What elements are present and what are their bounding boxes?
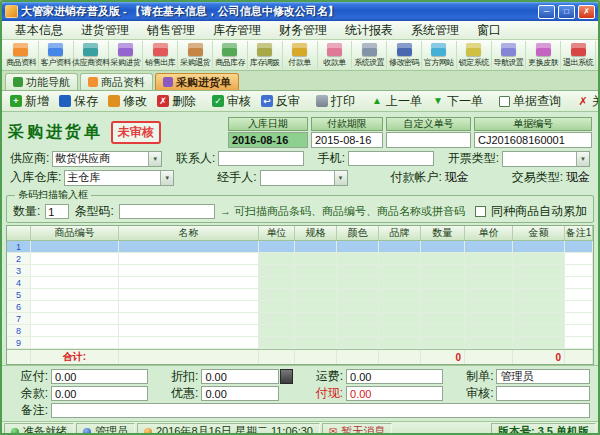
auditor-label: 审核:	[455, 385, 493, 402]
discount-more-button[interactable]	[280, 369, 293, 384]
prev-bill-button[interactable]: ▲ 上一单	[367, 92, 426, 111]
column-header-10[interactable]: 备注1	[565, 226, 593, 240]
column-header-7[interactable]: 数量	[421, 226, 465, 240]
maximize-button[interactable]: □	[558, 5, 575, 19]
paid-input[interactable]: 0.00	[346, 386, 443, 401]
save-button[interactable]: 保存	[55, 92, 102, 111]
toolbar-item-transfer[interactable]: 库存调拨	[248, 41, 283, 69]
toolbar-item-exit[interactable]: 退出系统	[561, 41, 596, 69]
menu-system-mgmt[interactable]: 系统管理	[402, 21, 468, 39]
menu-window-menu[interactable]: 窗口	[468, 21, 510, 39]
toolbar-item-lock[interactable]: 锁定系统	[457, 41, 492, 69]
discount-input[interactable]: 0.00	[201, 369, 279, 384]
table-cell	[379, 241, 421, 252]
button-label: 修改	[123, 93, 147, 110]
toolbar-item-purchase-return[interactable]: 采购退货	[178, 41, 213, 69]
table-cell	[337, 289, 379, 300]
sales-out-icon	[153, 43, 168, 56]
scan-qty-input[interactable]: 1	[45, 204, 69, 219]
toolbar-item-stock[interactable]: 商品库存	[213, 41, 248, 69]
menu-statistics[interactable]: 统计报表	[336, 21, 402, 39]
toolbar-item-receipt[interactable]: 收款单	[318, 41, 353, 69]
tab-goods-info[interactable]: 商品资料	[80, 73, 153, 90]
new-button[interactable]: + 新增	[6, 92, 53, 111]
tab-purchase-order[interactable]: 采购进货单	[155, 73, 239, 90]
print-button[interactable]: 打印	[312, 92, 359, 111]
toolbar-item-navigation[interactable]: 导航设置	[492, 41, 527, 69]
auditor-value	[496, 386, 590, 401]
menu-finance-mgmt[interactable]: 财务管理	[270, 21, 336, 39]
remark-input[interactable]	[51, 403, 590, 418]
custom-no-input[interactable]	[386, 132, 471, 148]
supplier-select[interactable]: 散货供应商 ▼	[52, 151, 162, 167]
menu-sales-mgmt[interactable]: 销售管理	[138, 21, 204, 39]
toolbar-item-customer[interactable]: 客户资料	[39, 41, 74, 69]
toolbar-item-password[interactable]: 修改密码	[387, 41, 422, 69]
reduce-input[interactable]: 0.00	[201, 386, 279, 401]
toolbar-item-settings[interactable]: 系统设置	[352, 41, 387, 69]
table-row[interactable]: 9	[7, 337, 593, 349]
handler-select[interactable]: ▼	[260, 170, 348, 186]
column-header-3[interactable]: 单位	[259, 226, 295, 240]
delete-button[interactable]: ✗ 删除	[153, 92, 200, 111]
trade-type-value[interactable]: 现金	[566, 169, 590, 186]
minimize-button[interactable]: ─	[538, 5, 555, 19]
table-row[interactable]: 8	[7, 325, 593, 337]
toolbar-label: 商品资料	[6, 57, 36, 68]
freight-input[interactable]: 0.00	[346, 369, 443, 384]
column-header-8[interactable]: 单价	[465, 226, 513, 240]
unaudit-button[interactable]: ↩ 反审	[257, 92, 304, 111]
table-row[interactable]: 7	[7, 313, 593, 325]
payable-input[interactable]: 0.00	[51, 369, 148, 384]
toolbar-item-purchase[interactable]: 采购进货	[109, 41, 144, 69]
bill-no-input[interactable]: CJ201608160001	[474, 132, 592, 148]
bill-query-button[interactable]: 单据查询	[495, 92, 565, 111]
toolbar-item-payment[interactable]: 付款单	[283, 41, 318, 69]
due-date-input[interactable]: 2015-08-16	[311, 132, 383, 148]
close-window-button[interactable]: ✗	[578, 5, 595, 19]
contact-input[interactable]	[218, 151, 304, 166]
menu-basic-info[interactable]: 基本信息	[6, 21, 72, 39]
toolbar-item-goods[interactable]: 商品资料	[4, 41, 39, 69]
table-row[interactable]: 6	[7, 301, 593, 313]
next-bill-button[interactable]: ▼ 下一单	[428, 92, 487, 111]
table-row[interactable]: 2	[7, 253, 593, 265]
barcode-input[interactable]	[119, 204, 215, 219]
column-header-1[interactable]: 商品编号	[31, 226, 119, 240]
audit-button[interactable]: ✓ 审核	[208, 92, 255, 111]
tab-function-nav[interactable]: 功能导航	[5, 73, 78, 90]
table-cell	[119, 301, 259, 312]
toolbar-item-skin[interactable]: 更换皮肤	[526, 41, 561, 69]
table-cell	[565, 301, 593, 312]
status-user: 管理员	[76, 423, 135, 435]
column-header-6[interactable]: 品牌	[379, 226, 421, 240]
status-bar: 准备就绪 管理员 2016年8月16日 星期二 11:06:30 ✉ 暂无消息 …	[2, 421, 598, 435]
mobile-input[interactable]	[348, 151, 434, 166]
column-header-4[interactable]: 规格	[295, 226, 337, 240]
toolbar-label: 商品库存	[215, 57, 245, 68]
menu-inventory-mgmt[interactable]: 库存管理	[204, 21, 270, 39]
column-header-5[interactable]: 颜色	[337, 226, 379, 240]
column-header-9[interactable]: 金额	[513, 226, 565, 240]
warehouse-select[interactable]: 主仓库 ▼	[64, 170, 174, 186]
edit-button[interactable]: 修改	[104, 92, 151, 111]
accumulate-checkbox[interactable]	[475, 206, 486, 217]
status-message[interactable]: ✉ 暂无消息	[322, 423, 392, 435]
toolbar-item-sales-out[interactable]: 销售出库	[143, 41, 178, 69]
toolbar-item-website[interactable]: 官方网站	[422, 41, 457, 69]
pay-account-value[interactable]: 现金	[445, 169, 469, 186]
menu-purchase-mgmt[interactable]: 进货管理	[72, 21, 138, 39]
store-date-input[interactable]: 2016-08-16	[228, 132, 308, 148]
invoice-type-select[interactable]: ▼	[502, 151, 590, 167]
table-row[interactable]: 4	[7, 277, 593, 289]
field-custom-no: 自定义单号	[386, 117, 471, 148]
column-header-2[interactable]: 名称	[119, 226, 259, 240]
table-row[interactable]: 3	[7, 265, 593, 277]
invoice-type-group: 开票类型: ▼	[448, 150, 590, 167]
column-header-0[interactable]	[7, 226, 31, 240]
table-row[interactable]: 5	[7, 289, 593, 301]
table-row[interactable]: 1	[7, 241, 593, 253]
close-bill-button[interactable]: ✗ 关闭	[573, 92, 600, 111]
balance-input[interactable]: 0.00	[51, 386, 148, 401]
toolbar-item-supplier[interactable]: 供应商资料	[74, 41, 109, 69]
